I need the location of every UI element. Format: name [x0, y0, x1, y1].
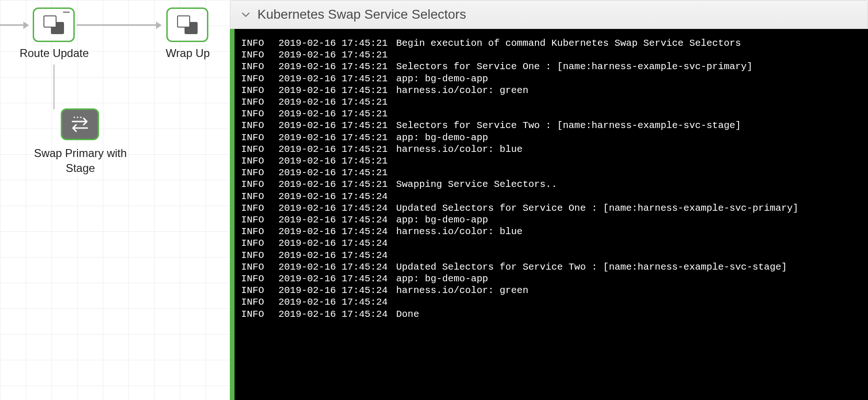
node-swap-primary-with-stage[interactable] — [61, 108, 99, 140]
minus-icon — [63, 12, 70, 13]
log-line: INFO2019-02-16 17:45:21 — [241, 108, 861, 120]
edge-arrow — [77, 24, 161, 26]
log-line: INFO2019-02-16 17:45:21Begin execution o… — [241, 37, 861, 49]
log-line: INFO2019-02-16 17:45:24app: bg-demo-app — [241, 214, 861, 226]
node-route-update-label: Route Update — [7, 47, 101, 60]
node-wrap-up-label: Wrap Up — [141, 47, 235, 60]
swap-arrows-icon — [70, 116, 90, 133]
log-line: INFO2019-02-16 17:45:24 — [241, 250, 861, 261]
pipeline-canvas[interactable]: Route Update Wrap Up Swap Primary with S… — [0, 0, 230, 400]
svg-point-1 — [77, 116, 78, 118]
log-line: INFO2019-02-16 17:45:24 — [241, 237, 861, 249]
node-wrap-up[interactable] — [166, 7, 208, 42]
log-line: INFO2019-02-16 17:45:24app: bg-demo-app — [241, 273, 861, 285]
log-line: INFO2019-02-16 17:45:21 — [241, 49, 861, 61]
log-line: INFO2019-02-16 17:45:24harness.io/color:… — [241, 226, 861, 237]
edge-arrow — [0, 24, 28, 26]
details-panel: Kubernetes Swap Service Selectors INFO20… — [230, 0, 868, 400]
console-output[interactable]: INFO2019-02-16 17:45:21Begin execution o… — [235, 29, 868, 400]
svg-point-2 — [80, 116, 81, 118]
node-route-update[interactable] — [33, 7, 75, 42]
log-line: INFO2019-02-16 17:45:21app: bg-demo-app — [241, 132, 861, 143]
log-line: INFO2019-02-16 17:45:21Swapping Service … — [241, 179, 861, 190]
node-swap-label-text: Swap Primary with Stage — [34, 147, 127, 174]
log-line: INFO2019-02-16 17:45:24Updated Selectors… — [241, 261, 861, 273]
log-line: INFO2019-02-16 17:45:24 — [241, 296, 861, 308]
log-line: INFO2019-02-16 17:45:24harness.io/color:… — [241, 285, 861, 296]
panel-header[interactable]: Kubernetes Swap Service Selectors — [230, 0, 868, 29]
log-line: INFO2019-02-16 17:45:21 — [241, 96, 861, 108]
node-swap-label: Swap Primary with Stage — [29, 146, 132, 176]
log-line: INFO2019-02-16 17:45:24Done — [241, 308, 861, 320]
status-bar-success — [230, 29, 235, 400]
stage-icon — [43, 15, 64, 34]
log-line: INFO2019-02-16 17:45:21 — [241, 155, 861, 167]
log-line: INFO2019-02-16 17:45:21harness.io/color:… — [241, 143, 861, 155]
panel-title: Kubernetes Swap Service Selectors — [257, 7, 466, 22]
log-line: INFO2019-02-16 17:45:24Updated Selectors… — [241, 202, 861, 214]
chevron-down-icon — [241, 9, 251, 20]
log-line: INFO2019-02-16 17:45:21app: bg-demo-app — [241, 73, 861, 85]
stage-icon — [177, 15, 198, 34]
log-line: INFO2019-02-16 17:45:21 — [241, 167, 861, 179]
svg-point-0 — [73, 116, 75, 118]
log-line: INFO2019-02-16 17:45:21harness.io/color:… — [241, 85, 861, 96]
log-line: INFO2019-02-16 17:45:24 — [241, 191, 861, 202]
log-line: INFO2019-02-16 17:45:21Selectors for Ser… — [241, 120, 861, 131]
edge-connector — [53, 64, 55, 109]
log-line: INFO2019-02-16 17:45:21Selectors for Ser… — [241, 61, 861, 72]
